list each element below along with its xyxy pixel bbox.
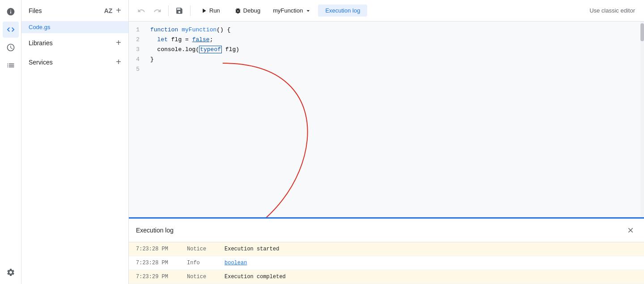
toolbar-divider-1	[168, 5, 169, 16]
code-icon-btn[interactable]	[3, 22, 19, 38]
log-time-0: 7:23:28 PM	[136, 246, 176, 252]
execution-log-label: Execution log	[325, 7, 360, 14]
add-library-icon[interactable]: +	[116, 38, 121, 48]
libraries-section[interactable]: Libraries +	[21, 33, 128, 52]
log-entry-0: 7:23:28 PM Notice Execution started	[129, 242, 644, 256]
icon-rail	[0, 0, 21, 284]
run-button[interactable]: Run	[194, 4, 226, 17]
debug-button[interactable]: Debug	[228, 4, 267, 17]
files-label: Files	[29, 7, 42, 14]
editor-icon-btn[interactable]	[3, 57, 19, 73]
services-label: Services	[29, 59, 53, 66]
debug-label: Debug	[243, 7, 260, 14]
save-button[interactable]	[172, 4, 186, 18]
execution-log-panel: Execution log 7:23:28 PM Notice Executio…	[129, 217, 644, 284]
line-numbers: 1 2 3 4 5	[129, 25, 147, 74]
log-level-2: Notice	[187, 274, 214, 280]
code-lines: function myFunction() { let flg = false;…	[147, 25, 644, 74]
log-message-2: Execution completed	[225, 274, 286, 280]
classic-editor-button[interactable]: Use classic editor	[586, 4, 639, 17]
toolbar: Run Debug myFunction Execution log Use c…	[129, 0, 644, 22]
log-level-0: Notice	[187, 246, 214, 252]
code-gs-label: Code.gs	[29, 24, 50, 30]
settings-icon-btn[interactable]	[3, 264, 19, 280]
log-level-1: Info	[187, 260, 214, 266]
sort-icon[interactable]: AZ	[104, 7, 113, 14]
add-file-icon[interactable]: +	[116, 5, 121, 16]
close-execution-log-button[interactable]	[624, 224, 637, 237]
log-message-0: Execution started	[225, 246, 279, 252]
libraries-label: Libraries	[29, 39, 53, 47]
undo-button[interactable]	[134, 4, 148, 18]
code-content: 1 2 3 4 5 function myFunction() { let fl…	[129, 22, 644, 78]
log-time-1: 7:23:28 PM	[136, 260, 176, 266]
execution-log-header: Execution log	[129, 219, 644, 242]
log-entry-2: 7:23:29 PM Notice Execution completed	[129, 270, 644, 284]
triggers-icon-btn[interactable]	[3, 39, 19, 56]
files-section-header[interactable]: Files AZ +	[21, 0, 128, 21]
add-service-icon[interactable]: +	[116, 57, 121, 67]
classic-editor-label: Use classic editor	[589, 7, 635, 14]
log-time-2: 7:23:29 PM	[136, 274, 176, 280]
redo-button[interactable]	[150, 4, 165, 18]
execution-log-button[interactable]: Execution log	[318, 4, 367, 17]
services-section[interactable]: Services +	[21, 52, 128, 72]
scrollbar-thumb[interactable]	[640, 23, 644, 41]
log-message-1[interactable]: boolean	[225, 260, 247, 266]
function-selector[interactable]: myFunction	[268, 4, 316, 17]
info-icon-btn[interactable]	[3, 4, 19, 20]
code-gs-file[interactable]: Code.gs	[21, 21, 128, 33]
main-content: Run Debug myFunction Execution log Use c…	[129, 0, 644, 284]
function-name: myFunction	[273, 7, 303, 14]
log-entry-1: 7:23:28 PM Info boolean	[129, 256, 644, 270]
run-label: Run	[209, 7, 220, 14]
sidebar: Files AZ + Code.gs Libraries + Services …	[21, 0, 129, 284]
execution-log-title: Execution log	[136, 227, 174, 234]
code-editor-area[interactable]: 1 2 3 4 5 function myFunction() { let fl…	[129, 22, 644, 217]
toolbar-divider-2	[190, 5, 191, 16]
scrollbar-track[interactable]	[640, 22, 644, 217]
